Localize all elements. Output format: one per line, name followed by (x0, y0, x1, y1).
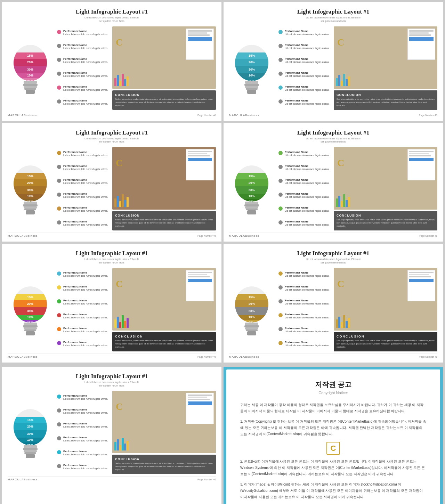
svg-text:30%: 30% (248, 68, 254, 71)
svg-text:20%: 20% (248, 302, 254, 306)
svg-rect-13 (23, 84, 38, 86)
perf-dot (57, 151, 61, 155)
slide-1-subtitle: Lid est laborum dolo rumes fugats untras… (8, 16, 216, 23)
perf-dot (278, 151, 283, 155)
svg-text:15%: 15% (27, 54, 33, 57)
svg-text:30%: 30% (27, 188, 33, 192)
svg-text:20%: 20% (248, 181, 254, 185)
right-area-2: i C CONCLUSIO (334, 26, 437, 110)
slide-6-body: 15% 20% 30% 10% 25% Performanz NameLid e… (229, 268, 437, 351)
bulb-area-6: 15% 20% 30% 10% 25% (229, 268, 274, 351)
perf-dot (57, 299, 61, 303)
perf-dot (57, 422, 61, 426)
slide-7-subtitle: Lid est laborum dolo rumes fugats untras… (8, 381, 216, 388)
slide-4-body: 15% 20% 30% 10% 25% Performanz NameLid e… (229, 147, 437, 230)
perf-list-4: Performanz NameLid est laborum dolo rume… (277, 147, 331, 230)
slide-6-subtitle: Lid est laborum dolo rumes fugats untras… (229, 258, 437, 265)
photo-placeholder: i C (334, 268, 437, 331)
svg-text:20%: 20% (27, 181, 33, 185)
slide-1-title: Light Infographic Layout #1 (8, 8, 216, 15)
perf-dot (57, 99, 61, 104)
right-area-7: i C CONCLUSiO (112, 391, 216, 474)
svg-rect-101 (247, 331, 256, 335)
perf-dot (57, 44, 61, 48)
perf-item: Performanz NameLid est laborum dolo rume… (57, 30, 108, 36)
conclusion-box: CONCLUSION Sed ut perspiciatis, unde omn… (334, 332, 437, 351)
slide-1-body: 15% 20% 30% 10% 25% Performanz NameLid e… (8, 26, 216, 110)
perf-dot (278, 58, 283, 62)
svg-text:20%: 20% (248, 60, 254, 64)
svg-rect-32 (246, 88, 258, 90)
svg-rect-81 (23, 325, 38, 327)
svg-text:10%: 10% (248, 315, 254, 319)
svg-rect-114 (24, 445, 37, 448)
perf-item: Performanz NameLid est laborum dolo rume… (57, 71, 108, 78)
svg-text:20%: 20% (27, 302, 33, 306)
perf-dot (278, 327, 283, 331)
slide-2-title: Light Infographic Layout #1 (229, 8, 437, 15)
svg-rect-99 (245, 327, 258, 330)
conclusion-box: CONCLUSION Sed ut perspiciatis, unde omn… (112, 332, 216, 351)
perf-dot (57, 86, 61, 90)
perf-dot (57, 285, 61, 290)
photo-placeholder: i C (112, 391, 216, 453)
perf-dot (278, 30, 283, 34)
bulb-area-5: 15% 20% 30% 10% 25% (8, 268, 53, 351)
svg-text:30%: 30% (27, 432, 33, 436)
slide-grid: Light Infographic Layout #1 Lid est labo… (0, 0, 445, 367)
perf-dot (57, 72, 61, 76)
slide-footer: MARCULABusiness Page Number 46 (229, 112, 437, 117)
svg-rect-47 (23, 204, 38, 206)
right-area-1: i C CONCLUSIO (112, 26, 216, 110)
perf-list-7: Performanz NameLid est laborum dolo rume… (56, 391, 110, 474)
chart (114, 72, 134, 86)
perf-dot (278, 285, 283, 290)
perf-dot (57, 165, 61, 169)
slide-4-title: Light Infographic Layout #1 (229, 129, 437, 136)
bulb-area-2: 15% 20% 30% 10% 25% (229, 26, 274, 110)
perf-item: Performanz NameLid est laborum dolo rume… (57, 85, 108, 92)
logo-text: C (326, 442, 340, 455)
perf-item: Performanz NameLid est laborum dolo rume… (278, 99, 330, 106)
bulb-area-7: 15% 20% 30% 10% 25% (8, 391, 53, 474)
perf-dot (57, 395, 61, 399)
document-preview: i (407, 270, 435, 301)
perf-dot (278, 206, 283, 211)
perf-dot (57, 58, 61, 62)
svg-rect-80 (24, 323, 37, 325)
slide-7: Light Infographic Layout #1 Lid est labo… (2, 367, 221, 504)
svg-rect-82 (24, 327, 37, 330)
slide-footer: MARCULABusiness Page Number 46 (229, 353, 437, 358)
slide-7-body: 15% 20% 30% 10% 25% Performanz NameLid e… (8, 391, 216, 474)
slide-3: Light Infographic Layout #1 Lid est labo… (2, 123, 221, 242)
svg-rect-97 (245, 323, 258, 325)
conclusion-box: CONCLUSION Sed ut perspiciatis, unde omn… (334, 211, 437, 230)
slide-3-subtitle: Lid est laborum dolo rumes fugats untras… (8, 137, 216, 144)
perf-dot (57, 327, 61, 331)
svg-rect-118 (26, 454, 35, 458)
perf-item: Performanz NameLid est laborum dolo rume… (57, 57, 108, 64)
slide-6-title: Light Infographic Layout #1 (229, 250, 437, 257)
perf-dot (278, 271, 283, 276)
svg-rect-84 (26, 331, 35, 335)
svg-rect-33 (247, 90, 256, 94)
svg-rect-115 (23, 448, 38, 450)
svg-rect-65 (245, 206, 258, 209)
slide-4-subtitle: Lid est laborum dolo rumes fugats untras… (229, 137, 437, 144)
svg-rect-12 (24, 81, 37, 84)
conclusion-box: CONCLUSiOn Sed ut perspiciatis, unde omn… (112, 455, 216, 474)
last-row: Light Infographic Layout #1 Lid est labo… (0, 367, 445, 504)
svg-rect-64 (244, 204, 259, 206)
copyright-subtitle: Copyright Notice: (240, 391, 426, 395)
svg-text:30%: 30% (248, 309, 254, 313)
perf-dot (57, 220, 61, 225)
slide-4: Light Infographic Layout #1 Lid est labo… (224, 123, 443, 242)
svg-rect-50 (26, 210, 35, 214)
svg-rect-16 (26, 90, 35, 94)
perf-dot (57, 408, 61, 413)
svg-text:20%: 20% (27, 425, 33, 428)
photo-placeholder: i C (112, 268, 216, 331)
svg-rect-83 (24, 330, 36, 331)
bulb-area-3: 15% 20% 30% 10% 25% (8, 147, 53, 230)
slide-3-title: Light Infographic Layout #1 (8, 129, 216, 136)
